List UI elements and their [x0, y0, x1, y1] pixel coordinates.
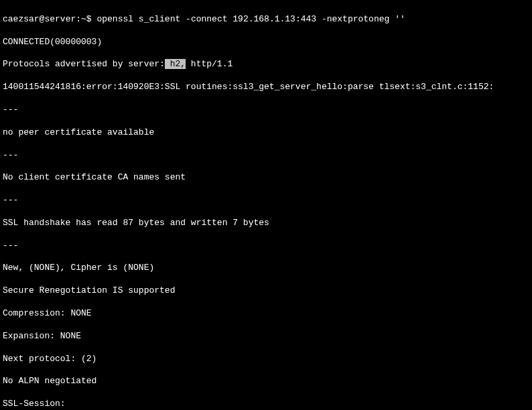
prompt-user: caezsar [3, 14, 40, 24]
output-no-peer-cert: no peer certificate available [3, 127, 529, 139]
command-line-1: caezsar@server:~$ openssl s_client -conn… [3, 14, 529, 25]
output-separator: --- [3, 195, 529, 206]
output-expansion: Expansion: NONE [3, 331, 529, 342]
output-separator: --- [3, 105, 529, 116]
output-handshake: SSL handshake has read 87 bytes and writ… [3, 218, 529, 229]
prompt-path: :~$ [76, 14, 96, 24]
output-error: 140011544241816:error:140920E3:SSL routi… [3, 82, 529, 93]
terminal-output[interactable]: caezsar@server:~$ openssl s_client -conn… [3, 3, 529, 410]
output-connected: CONNECTED(00000003) [3, 37, 529, 48]
output-compression: Compression: NONE [3, 308, 529, 320]
output-renegotiation: Secure Renegotiation IS supported [3, 285, 529, 297]
highlighted-protocol: h2, [165, 59, 186, 69]
output-separator: --- [3, 150, 529, 161]
prompt-host: server [44, 14, 76, 24]
output-cipher-new: New, (NONE), Cipher is (NONE) [3, 263, 529, 274]
output-next-protocol: Next protocol: (2) [3, 354, 529, 365]
output-protocols: Protocols advertised by server: h2, http… [3, 59, 529, 70]
output-separator: --- [3, 241, 529, 252]
command-text: openssl s_client -connect 192.168.1.13:4… [96, 14, 405, 24]
output-ssl-session: SSL-Session: [3, 399, 529, 410]
output-no-client-cert: No client certificate CA names sent [3, 172, 529, 184]
output-alpn: No ALPN negotiated [3, 376, 529, 387]
